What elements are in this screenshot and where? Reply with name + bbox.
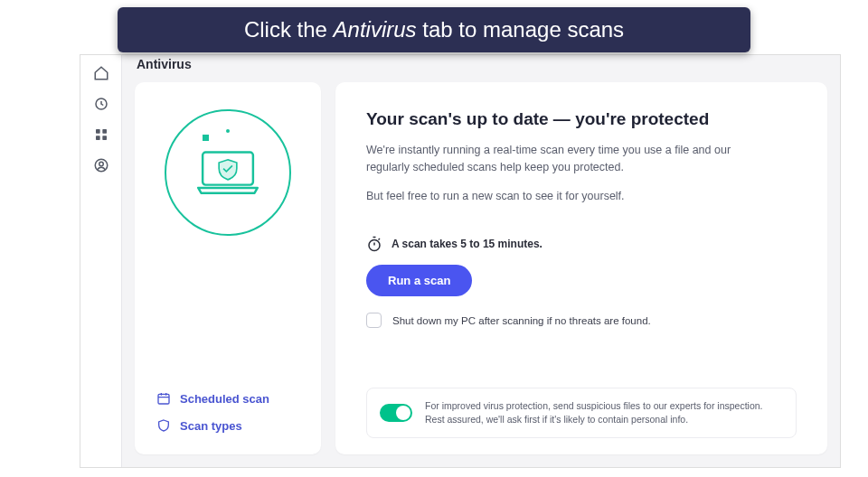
shutdown-label: Shut down my PC after scanning if no thr… — [392, 315, 651, 326]
description-2: But feel free to run a new scan to see i… — [366, 188, 755, 205]
decor-square — [203, 135, 209, 141]
app-window: Antivirus Scheduled — [80, 54, 841, 468]
svg-rect-8 — [158, 394, 169, 404]
decor-dot — [226, 129, 230, 133]
headline: Your scan's up to date — you're protecte… — [366, 109, 797, 129]
svg-point-6 — [99, 162, 103, 166]
shutdown-checkbox[interactable] — [366, 313, 382, 328]
send-files-text: For improved virus protection, send susp… — [425, 399, 783, 426]
banner-prefix: Click the — [244, 17, 334, 42]
suspicious-files-box: For improved virus protection, send susp… — [366, 388, 797, 438]
banner-suffix: tab to manage scans — [417, 17, 624, 42]
shield-icon — [156, 418, 171, 433]
laptop-shield-icon — [191, 146, 265, 198]
scheduled-scan-label: Scheduled scan — [180, 392, 269, 406]
shutdown-option-row: Shut down my PC after scanning if no thr… — [366, 313, 797, 328]
page-title: Antivirus — [135, 55, 827, 79]
scan-illustration — [165, 109, 291, 236]
instruction-banner: Click the Antivirus tab to manage scans — [118, 7, 750, 52]
stopwatch-icon — [366, 236, 382, 252]
svg-rect-3 — [96, 136, 100, 140]
scheduled-scan-link[interactable]: Scheduled scan — [156, 391, 299, 406]
scan-types-link[interactable]: Scan types — [156, 418, 299, 433]
panels: Scheduled scan Scan types Your scan's up… — [135, 82, 827, 454]
sidebar — [80, 55, 122, 467]
scan-nav-icon[interactable] — [92, 95, 110, 113]
privacy-icon[interactable] — [92, 156, 110, 174]
run-scan-button[interactable]: Run a scan — [366, 265, 472, 296]
left-links: Scheduled scan Scan types — [156, 369, 299, 433]
banner-emphasis: Antivirus — [334, 17, 417, 42]
main-card: Your scan's up to date — you're protecte… — [335, 82, 827, 454]
apps-icon[interactable] — [92, 126, 110, 144]
svg-rect-2 — [102, 129, 107, 134]
scan-types-label: Scan types — [180, 419, 242, 433]
description-1: We're instantly running a real-time scan… — [366, 142, 755, 177]
illustration-card: Scheduled scan Scan types — [135, 82, 321, 454]
scan-time-text: A scan takes 5 to 15 minutes. — [392, 238, 542, 250]
calendar-icon — [156, 391, 171, 406]
svg-rect-1 — [96, 129, 100, 134]
send-files-toggle[interactable] — [380, 404, 412, 422]
content-area: Antivirus Scheduled — [122, 55, 840, 467]
scan-time-row: A scan takes 5 to 15 minutes. — [366, 236, 797, 252]
svg-rect-4 — [102, 136, 107, 140]
home-icon[interactable] — [92, 64, 110, 82]
